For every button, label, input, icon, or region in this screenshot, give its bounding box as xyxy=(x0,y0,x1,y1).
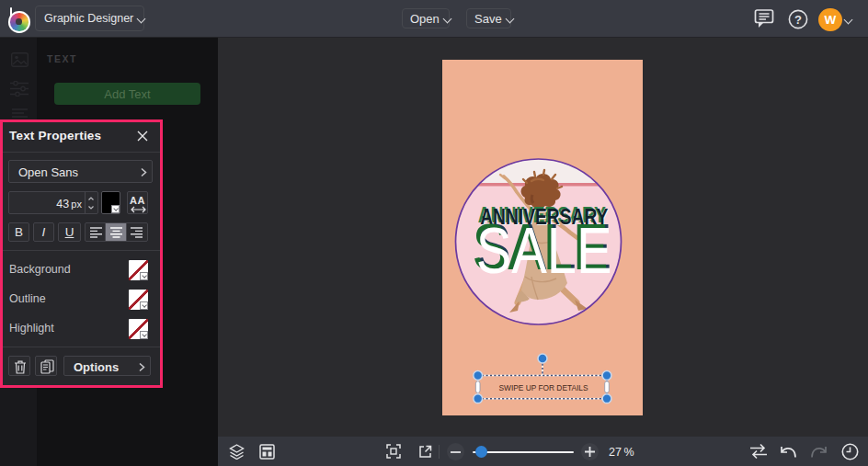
svg-text:SALE: SALE xyxy=(476,213,612,287)
svg-text:SWIPE UP FOR DETAILS: SWIPE UP FOR DETAILS xyxy=(499,382,588,392)
svg-text:?: ? xyxy=(794,13,802,27)
